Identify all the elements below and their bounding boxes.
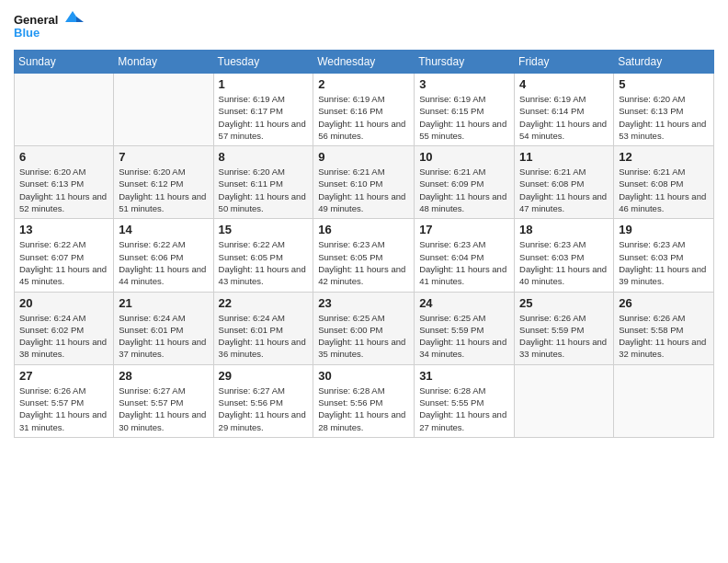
day-info: Sunrise: 6:21 AM Sunset: 6:09 PM Dayligh…: [419, 166, 509, 214]
calendar-cell: [515, 364, 614, 437]
day-number: 1: [219, 77, 309, 91]
calendar-cell: 13Sunrise: 6:22 AM Sunset: 6:07 PM Dayli…: [15, 219, 114, 292]
calendar-cell: 23Sunrise: 6:25 AM Sunset: 6:00 PM Dayli…: [313, 292, 415, 364]
calendar-cell: 20Sunrise: 6:24 AM Sunset: 6:02 PM Dayli…: [15, 292, 114, 364]
weekday-header: Sunday: [15, 51, 114, 74]
calendar-cell: 1Sunrise: 6:19 AM Sunset: 6:17 PM Daylig…: [213, 74, 313, 146]
logo-icon: General Blue: [14, 9, 87, 42]
day-number: 19: [619, 223, 709, 236]
day-number: 16: [318, 223, 409, 236]
day-info: Sunrise: 6:20 AM Sunset: 6:12 PM Dayligh…: [119, 166, 208, 214]
calendar-cell: [15, 74, 114, 146]
day-number: 11: [519, 150, 609, 164]
day-number: 5: [619, 77, 709, 91]
page-header: General Blue: [14, 9, 714, 42]
calendar-cell: 14Sunrise: 6:22 AM Sunset: 6:06 PM Dayli…: [114, 219, 213, 292]
weekday-header: Tuesday: [213, 51, 313, 74]
day-number: 30: [318, 369, 409, 383]
calendar-cell: 8Sunrise: 6:20 AM Sunset: 6:11 PM Daylig…: [213, 146, 313, 219]
day-info: Sunrise: 6:21 AM Sunset: 6:08 PM Dayligh…: [619, 166, 709, 214]
day-number: 28: [119, 369, 208, 383]
day-number: 20: [19, 296, 108, 310]
calendar-cell: [614, 364, 714, 437]
day-info: Sunrise: 6:26 AM Sunset: 5:58 PM Dayligh…: [619, 312, 709, 361]
calendar-cell: 11Sunrise: 6:21 AM Sunset: 6:08 PM Dayli…: [515, 146, 614, 219]
day-info: Sunrise: 6:21 AM Sunset: 6:08 PM Dayligh…: [519, 166, 609, 214]
calendar-cell: 7Sunrise: 6:20 AM Sunset: 6:12 PM Daylig…: [114, 146, 213, 219]
day-info: Sunrise: 6:25 AM Sunset: 6:00 PM Dayligh…: [318, 312, 409, 361]
calendar-cell: 30Sunrise: 6:28 AM Sunset: 5:56 PM Dayli…: [313, 364, 415, 437]
calendar-week-row: 27Sunrise: 6:26 AM Sunset: 5:57 PM Dayli…: [15, 364, 714, 437]
day-number: 9: [318, 150, 409, 164]
day-info: Sunrise: 6:21 AM Sunset: 6:10 PM Dayligh…: [318, 166, 409, 214]
calendar-week-row: 20Sunrise: 6:24 AM Sunset: 6:02 PM Dayli…: [15, 292, 714, 364]
day-info: Sunrise: 6:19 AM Sunset: 6:16 PM Dayligh…: [318, 93, 409, 142]
calendar-cell: 17Sunrise: 6:23 AM Sunset: 6:04 PM Dayli…: [415, 219, 515, 292]
calendar-cell: 18Sunrise: 6:23 AM Sunset: 6:03 PM Dayli…: [515, 219, 614, 292]
day-info: Sunrise: 6:24 AM Sunset: 6:01 PM Dayligh…: [119, 312, 208, 361]
day-number: 15: [219, 223, 309, 236]
day-number: 24: [419, 296, 509, 310]
day-info: Sunrise: 6:24 AM Sunset: 6:02 PM Dayligh…: [19, 312, 108, 361]
calendar-cell: 2Sunrise: 6:19 AM Sunset: 6:16 PM Daylig…: [313, 74, 415, 146]
calendar-cell: 3Sunrise: 6:19 AM Sunset: 6:15 PM Daylig…: [415, 74, 515, 146]
day-info: Sunrise: 6:19 AM Sunset: 6:17 PM Dayligh…: [219, 93, 309, 142]
calendar-cell: 4Sunrise: 6:19 AM Sunset: 6:14 PM Daylig…: [515, 74, 614, 146]
day-info: Sunrise: 6:23 AM Sunset: 6:04 PM Dayligh…: [419, 238, 509, 287]
day-number: 22: [219, 296, 309, 310]
day-info: Sunrise: 6:28 AM Sunset: 5:56 PM Dayligh…: [318, 385, 409, 433]
calendar-cell: 29Sunrise: 6:27 AM Sunset: 5:56 PM Dayli…: [213, 364, 313, 437]
day-info: Sunrise: 6:22 AM Sunset: 6:07 PM Dayligh…: [19, 238, 108, 287]
day-number: 3: [419, 77, 509, 91]
calendar-cell: [114, 74, 213, 146]
day-info: Sunrise: 6:26 AM Sunset: 5:57 PM Dayligh…: [19, 385, 108, 433]
day-number: 13: [19, 223, 108, 236]
weekday-header: Saturday: [614, 51, 714, 74]
calendar-cell: 22Sunrise: 6:24 AM Sunset: 6:01 PM Dayli…: [213, 292, 313, 364]
calendar-cell: 24Sunrise: 6:25 AM Sunset: 5:59 PM Dayli…: [415, 292, 515, 364]
day-number: 12: [619, 150, 709, 164]
calendar-cell: 6Sunrise: 6:20 AM Sunset: 6:13 PM Daylig…: [15, 146, 114, 219]
day-info: Sunrise: 6:28 AM Sunset: 5:55 PM Dayligh…: [419, 385, 509, 433]
calendar-cell: 5Sunrise: 6:20 AM Sunset: 6:13 PM Daylig…: [614, 74, 714, 146]
day-info: Sunrise: 6:20 AM Sunset: 6:11 PM Dayligh…: [219, 166, 309, 214]
day-number: 25: [519, 296, 609, 310]
day-info: Sunrise: 6:19 AM Sunset: 6:15 PM Dayligh…: [419, 93, 509, 142]
day-number: 10: [419, 150, 509, 164]
svg-marker-3: [76, 17, 84, 22]
day-info: Sunrise: 6:23 AM Sunset: 6:03 PM Dayligh…: [519, 238, 609, 287]
calendar-cell: 15Sunrise: 6:22 AM Sunset: 6:05 PM Dayli…: [213, 219, 313, 292]
day-number: 26: [619, 296, 709, 310]
day-info: Sunrise: 6:23 AM Sunset: 6:03 PM Dayligh…: [619, 238, 709, 287]
day-number: 17: [419, 223, 509, 236]
calendar-cell: 31Sunrise: 6:28 AM Sunset: 5:55 PM Dayli…: [415, 364, 515, 437]
calendar-cell: 10Sunrise: 6:21 AM Sunset: 6:09 PM Dayli…: [415, 146, 515, 219]
day-info: Sunrise: 6:26 AM Sunset: 5:59 PM Dayligh…: [519, 312, 609, 361]
calendar-cell: 27Sunrise: 6:26 AM Sunset: 5:57 PM Dayli…: [15, 364, 114, 437]
day-info: Sunrise: 6:22 AM Sunset: 6:05 PM Dayligh…: [219, 238, 309, 287]
day-info: Sunrise: 6:25 AM Sunset: 5:59 PM Dayligh…: [419, 312, 509, 361]
day-number: 31: [419, 369, 509, 383]
calendar-cell: 19Sunrise: 6:23 AM Sunset: 6:03 PM Dayli…: [614, 219, 714, 292]
day-number: 4: [519, 77, 609, 91]
day-number: 2: [318, 77, 409, 91]
day-info: Sunrise: 6:24 AM Sunset: 6:01 PM Dayligh…: [219, 312, 309, 361]
logo: General Blue: [14, 9, 87, 42]
day-info: Sunrise: 6:20 AM Sunset: 6:13 PM Dayligh…: [619, 93, 709, 142]
calendar-week-row: 6Sunrise: 6:20 AM Sunset: 6:13 PM Daylig…: [15, 146, 714, 219]
day-number: 7: [119, 150, 208, 164]
calendar-table: SundayMondayTuesdayWednesdayThursdayFrid…: [14, 50, 714, 438]
day-info: Sunrise: 6:27 AM Sunset: 5:56 PM Dayligh…: [219, 385, 309, 433]
calendar-cell: 26Sunrise: 6:26 AM Sunset: 5:58 PM Dayli…: [614, 292, 714, 364]
calendar-cell: 25Sunrise: 6:26 AM Sunset: 5:59 PM Dayli…: [515, 292, 614, 364]
day-number: 29: [219, 369, 309, 383]
day-number: 18: [519, 223, 609, 236]
calendar-cell: 21Sunrise: 6:24 AM Sunset: 6:01 PM Dayli…: [114, 292, 213, 364]
calendar-cell: 12Sunrise: 6:21 AM Sunset: 6:08 PM Dayli…: [614, 146, 714, 219]
day-number: 6: [19, 150, 108, 164]
weekday-header-row: SundayMondayTuesdayWednesdayThursdayFrid…: [15, 51, 714, 74]
weekday-header: Wednesday: [313, 51, 415, 74]
day-info: Sunrise: 6:22 AM Sunset: 6:06 PM Dayligh…: [119, 238, 208, 287]
weekday-header: Monday: [114, 51, 213, 74]
weekday-header: Thursday: [415, 51, 515, 74]
